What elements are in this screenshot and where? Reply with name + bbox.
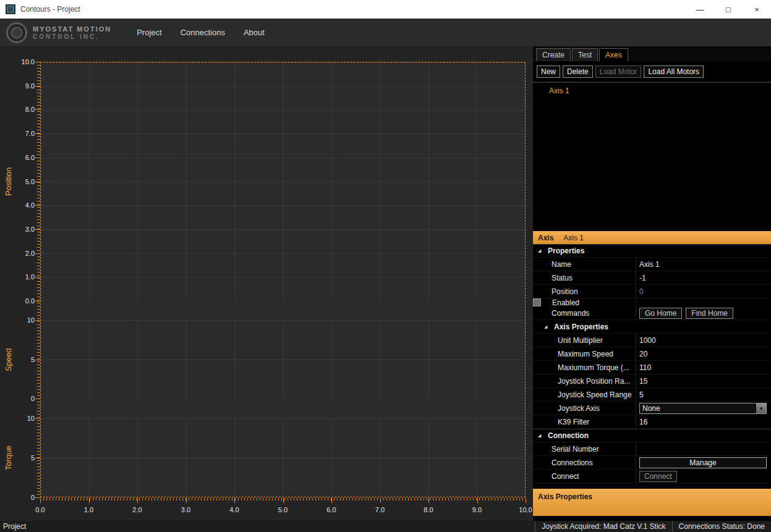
property-label: Commands xyxy=(533,309,636,318)
y-axis-title-torque: Torque xyxy=(2,421,14,495)
property-value-text: 0 xyxy=(639,287,644,296)
axis-list-item-axis-1[interactable]: Axis 1 xyxy=(533,83,771,95)
y-tick-mark xyxy=(35,158,40,158)
property-label: Enabled xyxy=(534,298,636,307)
property-label: Joystick Axis xyxy=(533,404,636,413)
section-label: Properties xyxy=(548,247,584,255)
x-tick-label: 2.0 xyxy=(126,505,148,514)
load-motor-button[interactable]: Load Motor xyxy=(595,65,642,78)
property-row-position: Position0 xyxy=(533,285,771,298)
connect-button[interactable]: Connect xyxy=(639,471,677,482)
y-tick-mark xyxy=(35,277,40,277)
delete-button[interactable]: Delete xyxy=(563,65,593,78)
y-tick-mark xyxy=(35,182,40,182)
x-tick-label: 3.0 xyxy=(175,505,197,514)
y-tick-label: 2.0 xyxy=(0,249,35,258)
property-row-name: NameAxis 1 xyxy=(533,258,771,271)
y-tick-mark xyxy=(35,86,40,87)
statusbar-right: Joystick Acquired: Mad Catz V.1 StickCon… xyxy=(535,521,771,532)
property-value: 110 xyxy=(636,361,771,374)
property-row-maximum-speed: Maximum Speed20 xyxy=(533,347,771,361)
property-label: Maximum Speed xyxy=(533,350,636,358)
status-project: Project xyxy=(0,522,26,531)
property-label: K39 Filter xyxy=(533,418,636,426)
property-row-status: Status-1 xyxy=(533,271,771,285)
property-value-text: 15 xyxy=(639,377,647,386)
window-title: Contours - Project xyxy=(20,5,80,14)
maximize-icon[interactable]: □ xyxy=(714,0,743,19)
panel-toolbar: NewDeleteLoad MotorLoad All Motors xyxy=(533,61,771,82)
load-all-motors-button[interactable]: Load All Motors xyxy=(644,65,704,78)
property-row-axis-properties[interactable]: ◢Axis Properties xyxy=(533,320,771,334)
selection-header-label: Axis xyxy=(538,234,553,242)
chevron-down-icon: ▾ xyxy=(756,403,766,413)
y-tick-mark xyxy=(35,399,40,399)
manage-button[interactable]: Manage xyxy=(639,457,767,468)
x-tick-mark xyxy=(234,498,235,503)
axis-list[interactable]: Axis 1 xyxy=(533,82,771,231)
property-row-joystick-speed-range: Joystick Speed Range5 xyxy=(533,388,771,402)
property-row-connect: ConnectConnect xyxy=(533,470,771,483)
x-tick-label: 4.0 xyxy=(223,505,245,514)
minimize-icon[interactable]: — xyxy=(686,0,714,19)
property-value xyxy=(636,299,640,306)
x-tick-label: 1.0 xyxy=(78,505,100,514)
new-button[interactable]: New xyxy=(537,65,560,78)
tab-test[interactable]: Test xyxy=(572,48,598,61)
property-value-text: 110 xyxy=(639,363,651,372)
x-tick-mark xyxy=(526,498,526,503)
property-row-k39-filter: K39 Filter16 xyxy=(533,415,771,429)
y-tick-label: 8.0 xyxy=(0,105,35,114)
statusbar: Project Joystick Acquired: Mad Catz V.1 … xyxy=(0,521,771,532)
x-tick-label: 6.0 xyxy=(320,505,343,514)
joystick-axis-dropdown[interactable]: None▾ xyxy=(639,403,767,414)
property-label: Maxiumum Torque (... xyxy=(533,363,636,372)
expander-icon[interactable]: ◢ xyxy=(538,248,545,253)
menu-item-connections[interactable]: Connections xyxy=(171,24,234,41)
property-row-serial-number: Serial Number xyxy=(533,442,771,456)
property-value: 16 xyxy=(636,415,771,428)
property-label: Joystick Position Ra... xyxy=(533,377,636,386)
menu-item-project[interactable]: Project xyxy=(127,24,171,41)
find-home-button[interactable]: Find Home xyxy=(686,308,733,319)
property-value: 15 xyxy=(636,374,771,387)
tab-axes[interactable]: Axes xyxy=(599,48,628,61)
selection-header-value: Axis 1 xyxy=(563,234,584,242)
y-tick-label: 3.0 xyxy=(0,225,35,234)
close-icon[interactable]: × xyxy=(743,0,771,19)
property-label: Position xyxy=(533,287,636,296)
y-tick-label: 0.0 xyxy=(0,297,35,305)
property-value xyxy=(636,442,771,455)
property-value-text: 20 xyxy=(639,350,647,358)
property-value: Connect xyxy=(636,470,771,483)
section-label: Connection xyxy=(548,431,589,440)
property-row-connection[interactable]: ◢Connection xyxy=(533,429,771,442)
go-home-button[interactable]: Go Home xyxy=(639,308,682,319)
y-tick-label: 9.0 xyxy=(0,82,35,90)
property-value: 20 xyxy=(636,347,771,360)
property-label: Connections xyxy=(533,458,636,467)
menu-items: ProjectConnectionsAbout xyxy=(127,24,274,41)
x-tick-label: 7.0 xyxy=(369,505,391,514)
y-tick-mark xyxy=(35,253,40,254)
y-tick-mark xyxy=(35,320,40,321)
menubar: MYOSTAT MOTION CONTROL INC. ProjectConne… xyxy=(0,19,771,46)
x-tick-mark xyxy=(331,498,332,503)
property-value: Manage xyxy=(636,456,771,469)
dropdown-value: None xyxy=(640,404,756,413)
logo: MYOSTAT MOTION CONTROL INC. xyxy=(6,22,111,43)
property-value-text: -1 xyxy=(639,274,646,282)
x-tick-label: 5.0 xyxy=(272,505,294,514)
x-tick-mark xyxy=(477,498,478,503)
property-row-joystick-position-ra: Joystick Position Ra...15 xyxy=(533,374,771,388)
property-row-unit-multiplier: Unit Multiplier1000 xyxy=(533,334,771,347)
tab-create[interactable]: Create xyxy=(536,48,571,61)
x-tick-label: 9.0 xyxy=(466,505,488,514)
expander-icon[interactable]: ◢ xyxy=(544,324,552,329)
section-label: Axis Properties xyxy=(554,323,608,331)
y-tick-mark xyxy=(35,301,40,302)
menu-item-about[interactable]: About xyxy=(234,24,274,41)
expander-icon[interactable]: ◢ xyxy=(538,433,545,438)
property-row-properties[interactable]: ◢Properties xyxy=(533,244,771,258)
status-item-1: Connections Status: Done xyxy=(672,521,771,532)
